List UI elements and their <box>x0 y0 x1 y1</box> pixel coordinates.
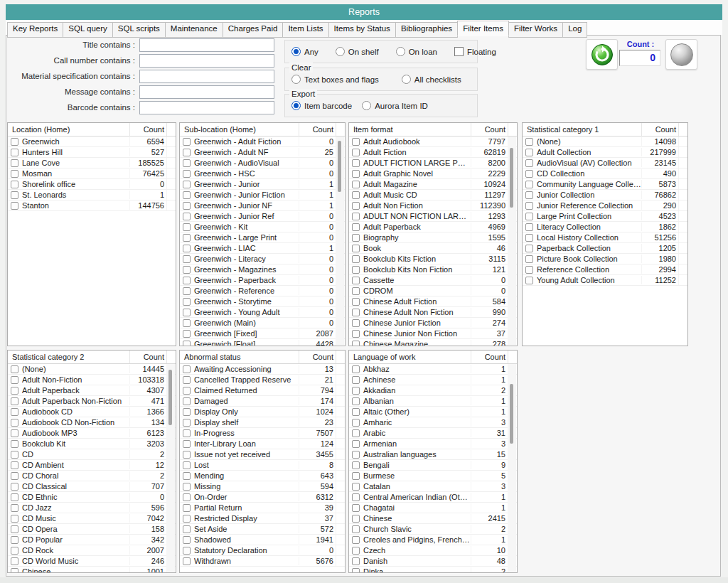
input-barcode-contains[interactable] <box>139 101 274 114</box>
list-item[interactable]: Adult Paperback Non-Fiction471 <box>8 396 176 407</box>
list-item[interactable]: Issue not yet received3455 <box>180 449 345 460</box>
row-checkbox[interactable] <box>352 547 360 555</box>
list-item[interactable]: CD Collection490 <box>523 169 687 179</box>
row-checkbox[interactable] <box>11 202 18 210</box>
tab-filter-works[interactable]: Filter Works <box>508 22 563 38</box>
list-item[interactable]: Display shelf23 <box>180 417 345 428</box>
row-checkbox[interactable] <box>183 149 191 156</box>
row-checkbox[interactable] <box>183 245 191 252</box>
tab-log[interactable]: Log <box>562 22 587 38</box>
row-checkbox[interactable] <box>525 277 533 284</box>
row-checkbox[interactable] <box>11 191 18 199</box>
row-checkbox[interactable] <box>11 536 18 544</box>
row-checkbox[interactable] <box>525 149 533 156</box>
row-checkbox[interactable] <box>11 472 18 480</box>
list-item[interactable]: Adult Non Fiction112390 <box>349 200 517 211</box>
row-checkbox[interactable] <box>11 170 18 178</box>
row-checkbox[interactable] <box>11 387 18 395</box>
list-item[interactable]: Chinese Junior Fiction274 <box>349 318 517 328</box>
row-checkbox[interactable] <box>352 419 360 427</box>
clear-option-text-boxes-and-flags[interactable]: Text boxes and flags <box>291 75 379 84</box>
list-item[interactable]: ADULT NON FICTION LARGE P...1293 <box>349 211 517 222</box>
tab-sql-scripts[interactable]: SQL scripts <box>112 22 166 38</box>
list-item[interactable]: Cassette0 <box>349 275 517 286</box>
list-item[interactable]: Greenwich - Kit0 <box>180 222 345 232</box>
row-checkbox[interactable] <box>352 440 360 448</box>
list-item[interactable]: Greenwich - Junior Fiction1 <box>180 190 345 200</box>
row-checkbox[interactable] <box>183 309 191 316</box>
list-item[interactable]: Catalan3 <box>349 481 517 492</box>
row-checkbox[interactable] <box>352 319 360 327</box>
row-checkbox[interactable] <box>183 277 191 284</box>
row-checkbox[interactable] <box>11 568 18 574</box>
row-checkbox[interactable] <box>183 181 191 188</box>
row-checkbox[interactable] <box>11 397 18 405</box>
row-checkbox[interactable] <box>525 223 533 231</box>
list-item[interactable]: CD Ethnic0 <box>8 492 176 503</box>
list-item[interactable]: Mosman76425 <box>8 169 176 179</box>
list-item[interactable]: Burmese5 <box>349 471 517 481</box>
list-item[interactable]: Adult Collection217999 <box>523 147 687 158</box>
row-checkbox[interactable] <box>352 223 360 231</box>
list-item[interactable]: Adult Graphic Novel2229 <box>349 169 517 179</box>
list-item[interactable]: Picture Book Collection1980 <box>523 254 687 264</box>
list-item[interactable]: In-Progress7507 <box>180 428 345 439</box>
list-item[interactable]: Withdrawn5676 <box>180 556 345 567</box>
refresh-count-button[interactable] <box>586 39 618 70</box>
list-item[interactable]: Reference Collection2994 <box>523 264 687 275</box>
row-checkbox[interactable] <box>11 557 18 565</box>
list-item[interactable]: CD Jazz596 <box>8 503 176 513</box>
vertical-scrollbar[interactable] <box>166 364 175 572</box>
list-item[interactable]: Literacy Collection1862 <box>523 222 687 232</box>
list-item[interactable]: (None)14445 <box>8 364 176 375</box>
list-item[interactable]: Altaic (Other)1 <box>349 407 517 417</box>
floating-checkbox[interactable]: Floating <box>454 47 496 56</box>
list-item[interactable]: Adult Fiction62819 <box>349 147 517 158</box>
list-item[interactable]: (None)14098 <box>523 137 687 147</box>
row-checkbox[interactable] <box>11 547 18 555</box>
list-item[interactable]: Greenwich - Junior NF1 <box>180 200 345 211</box>
list-item[interactable]: AudioVisual (AV) Collection23145 <box>523 158 687 169</box>
list-item[interactable]: Australian languages15 <box>349 449 517 460</box>
list-item[interactable]: Partial Return39 <box>180 503 345 513</box>
row-checkbox[interactable] <box>525 266 533 274</box>
list-item[interactable]: Adult Audiobook7797 <box>349 137 517 147</box>
row-checkbox[interactable] <box>183 202 191 210</box>
list-item[interactable]: Bookclub Kits Non Fiction121 <box>349 264 517 275</box>
list-item[interactable]: CD Rock2007 <box>8 545 176 556</box>
row-checkbox[interactable] <box>352 149 360 156</box>
input-title-contains[interactable] <box>139 38 274 52</box>
input-message-contains[interactable] <box>139 85 274 99</box>
row-checkbox[interactable] <box>183 223 191 231</box>
row-checkbox[interactable] <box>183 504 191 512</box>
row-checkbox[interactable] <box>525 234 533 242</box>
status-option-on-loan[interactable]: On loan <box>396 47 437 56</box>
row-checkbox[interactable] <box>183 213 191 220</box>
list-item[interactable]: Central American Indian (Other)1 <box>349 492 517 503</box>
list-item[interactable]: Lost8 <box>180 460 345 471</box>
row-checkbox[interactable] <box>352 493 360 501</box>
list-item[interactable]: Greenwich - Large Print0 <box>180 232 345 243</box>
export-option-item-barcode[interactable]: Item barcode <box>291 101 352 110</box>
list-item[interactable]: Greenwich [Float]4428 <box>180 339 345 346</box>
row-checkbox[interactable] <box>352 138 360 146</box>
row-checkbox[interactable] <box>525 255 533 263</box>
row-checkbox[interactable] <box>183 255 191 263</box>
list-item[interactable]: On-Order6312 <box>180 492 345 503</box>
row-checkbox[interactable] <box>183 298 191 306</box>
list-item[interactable]: Chinese Adult Fiction584 <box>349 296 517 307</box>
list-item[interactable]: Chinese Magazine278 <box>349 339 517 346</box>
list-item[interactable]: Bookclub Kit3203 <box>8 439 176 449</box>
list-item[interactable]: Local History Collection51256 <box>523 232 687 243</box>
list-item[interactable]: Junior Reference Collection290 <box>523 200 687 211</box>
list-item[interactable]: Large Print Collection4523 <box>523 211 687 222</box>
row-checkbox[interactable] <box>352 451 360 459</box>
list-item[interactable]: Greenwich - Adult NF25 <box>180 147 345 158</box>
list-item[interactable]: Claimed Returned794 <box>180 385 345 396</box>
tab-maintenance[interactable]: Maintenance <box>165 22 223 38</box>
list-item[interactable]: Shadowed1941 <box>180 535 345 545</box>
list-item[interactable]: Young Adult Collection11252 <box>523 275 687 286</box>
row-checkbox[interactable] <box>183 419 191 427</box>
list-item[interactable]: Adult Non-Fiction103318 <box>8 375 176 385</box>
row-checkbox[interactable] <box>11 181 18 188</box>
